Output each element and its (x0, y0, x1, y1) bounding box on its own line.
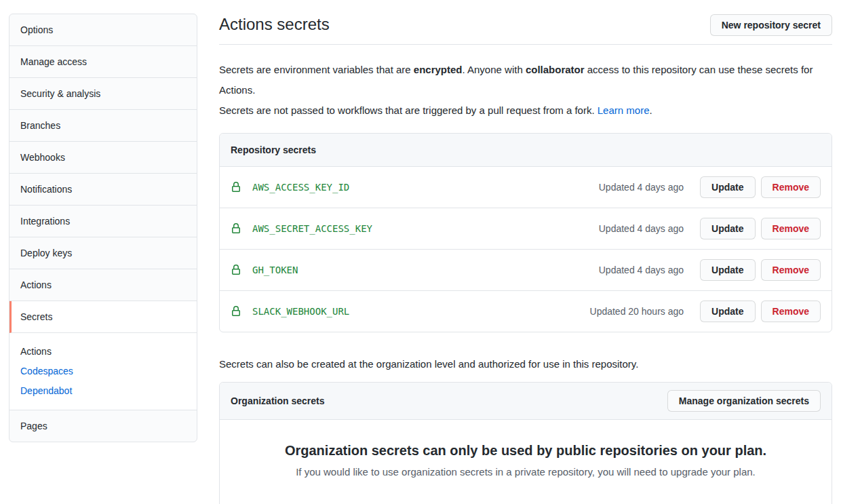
secret-updated: Updated 4 days ago (599, 182, 684, 193)
sidebar-item-secrets[interactable]: Secrets (9, 301, 197, 333)
secret-name: SLACK_WEBHOOK_URL (252, 306, 590, 317)
sidebar-item-manage-access[interactable]: Manage access (9, 46, 197, 78)
subnav-item-codespaces[interactable]: Codespaces (20, 362, 186, 381)
secret-name: GH_TOKEN (252, 265, 599, 275)
new-repository-secret-button[interactable]: New repository secret (710, 14, 832, 36)
organization-secrets-box: Organization secrets Manage organization… (219, 382, 832, 504)
remove-button[interactable]: Remove (761, 218, 821, 239)
sidebar-item-webhooks[interactable]: Webhooks (9, 142, 197, 174)
description-text: . Anyone with (463, 64, 526, 75)
description-text: Secrets are not passed to workflows that… (219, 104, 598, 116)
organization-note: Secrets can also be created at the organ… (219, 358, 832, 370)
secret-row: AWS_SECRET_ACCESS_KEY Updated 4 days ago… (220, 208, 832, 250)
secret-updated: Updated 20 hours ago (590, 306, 684, 317)
sidebar-item-security-analysis[interactable]: Security & analysis (9, 78, 197, 110)
description-line-1: Secrets are environment variables that a… (219, 60, 832, 100)
subnav-item-actions[interactable]: Actions (20, 342, 186, 362)
repository-secrets-header: Repository secrets (220, 134, 832, 167)
lock-icon (231, 306, 241, 317)
settings-sidebar: Options Manage access Security & analysi… (9, 14, 197, 442)
sidebar-item-deploy-keys[interactable]: Deploy keys (9, 237, 197, 269)
sidebar-item-integrations[interactable]: Integrations (9, 206, 197, 237)
repo-settings-page: Options Manage access Security & analysi… (0, 0, 860, 504)
learn-more-link[interactable]: Learn more (598, 104, 650, 116)
description-line-2: Secrets are not passed to workflows that… (219, 100, 832, 121)
organization-secrets-header: Organization secrets Manage organization… (220, 383, 832, 420)
secrets-subnav: Actions Codespaces Dependabot (9, 333, 197, 410)
lock-icon (231, 265, 241, 275)
update-button[interactable]: Update (700, 259, 755, 281)
secret-row: AWS_ACCESS_KEY_ID Updated 4 days ago Upd… (220, 167, 832, 208)
organization-secrets-title: Organization secrets (231, 395, 325, 406)
organization-secrets-blankslate: Organization secrets can only be used by… (220, 420, 832, 504)
description-bold-collaborator: collaborator (526, 64, 585, 75)
description-text: . (650, 104, 652, 116)
description-text: Secrets are environment variables that a… (219, 64, 414, 75)
secret-updated: Updated 4 days ago (599, 223, 684, 234)
lock-icon (231, 182, 241, 193)
sidebar-item-actions[interactable]: Actions (9, 269, 197, 301)
manage-organization-secrets-button[interactable]: Manage organization secrets (667, 390, 821, 412)
sidebar-item-notifications[interactable]: Notifications (9, 174, 197, 206)
sidebar-item-pages[interactable]: Pages (9, 410, 197, 442)
sidebar-item-options[interactable]: Options (9, 14, 197, 46)
lock-icon (231, 223, 241, 234)
update-button[interactable]: Update (700, 176, 755, 198)
secret-name: AWS_ACCESS_KEY_ID (252, 182, 599, 193)
remove-button[interactable]: Remove (761, 301, 821, 322)
repository-secrets-box: Repository secrets AWS_ACCESS_KEY_ID Upd… (219, 133, 832, 332)
update-button[interactable]: Update (700, 301, 755, 322)
description-bold-encrypted: encrypted (414, 64, 463, 75)
remove-button[interactable]: Remove (761, 259, 821, 281)
sidebar-item-branches[interactable]: Branches (9, 110, 197, 142)
blankslate-subtitle: If you would like to use organization se… (247, 466, 804, 478)
secret-updated: Updated 4 days ago (599, 265, 684, 275)
secret-name: AWS_SECRET_ACCESS_KEY (252, 223, 599, 234)
subnav-item-dependabot[interactable]: Dependabot (20, 381, 186, 401)
secret-row: GH_TOKEN Updated 4 days ago Update Remov… (220, 250, 832, 291)
actions-secrets-main: Actions secrets New repository secret Se… (219, 14, 832, 504)
secret-row: SLACK_WEBHOOK_URL Updated 20 hours ago U… (220, 291, 832, 332)
update-button[interactable]: Update (700, 218, 755, 239)
page-title: Actions secrets (219, 14, 330, 35)
remove-button[interactable]: Remove (761, 176, 821, 198)
secrets-description: Secrets are environment variables that a… (219, 60, 832, 121)
page-header: Actions secrets New repository secret (219, 14, 832, 45)
blankslate-title: Organization secrets can only be used by… (247, 443, 804, 459)
